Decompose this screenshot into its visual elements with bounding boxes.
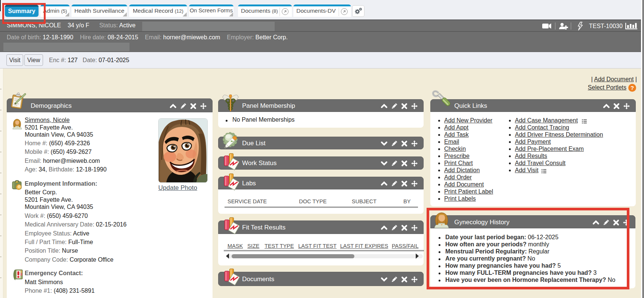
svg-text:TEST-10030: TEST-10030 — [589, 23, 623, 29]
